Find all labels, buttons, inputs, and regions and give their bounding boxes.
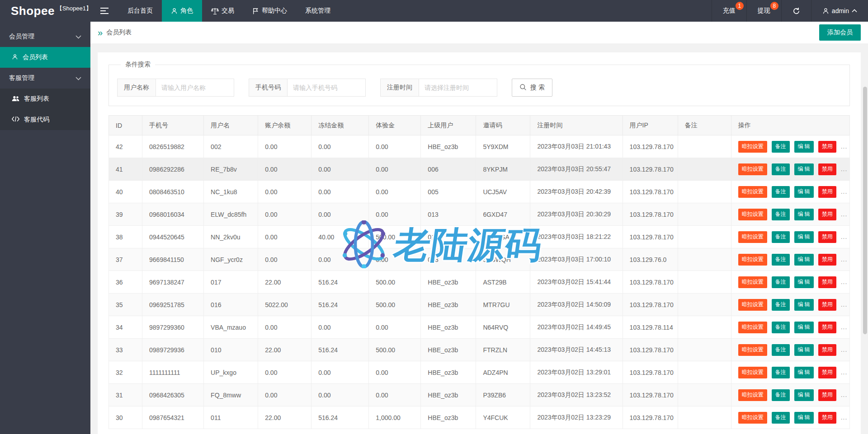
more-actions-button[interactable]: ... xyxy=(841,210,848,217)
disable-button[interactable]: 禁用 xyxy=(818,276,836,288)
tab-roles[interactable]: 角色 xyxy=(162,0,202,22)
edit-button[interactable]: 编 辑 xyxy=(794,389,814,401)
more-actions-button[interactable]: ... xyxy=(841,278,848,285)
edit-button[interactable]: 编 辑 xyxy=(794,322,814,333)
hidden-deduct-settings-button[interactable]: 暗扣设置 xyxy=(738,344,767,356)
sidebar-group-member-management[interactable]: 会员管理 xyxy=(0,26,90,47)
withdraw-button[interactable]: 提现 8 xyxy=(746,0,781,22)
cell-user-ip: 103.129.78.170 xyxy=(623,361,678,384)
column-header-invite-code: 邀请码 xyxy=(476,116,530,135)
more-actions-button[interactable]: ... xyxy=(841,142,848,149)
username-label: admin xyxy=(832,7,849,14)
remark-button[interactable]: 备注 xyxy=(772,231,790,243)
tab-dashboard[interactable]: 后台首页 xyxy=(118,0,162,22)
disable-button[interactable]: 禁用 xyxy=(818,412,836,424)
hidden-deduct-settings-button[interactable]: 暗扣设置 xyxy=(738,276,767,288)
hidden-deduct-settings-button[interactable]: 暗扣设置 xyxy=(738,254,767,266)
more-actions-button[interactable]: ... xyxy=(841,187,848,195)
hidden-deduct-settings-button[interactable]: 暗扣设置 xyxy=(738,209,767,220)
edit-button[interactable]: 编 辑 xyxy=(794,412,814,424)
disable-button[interactable]: 禁用 xyxy=(818,389,836,401)
remark-button[interactable]: 备注 xyxy=(772,344,790,356)
cell-remark xyxy=(678,226,731,248)
disable-button[interactable]: 禁用 xyxy=(818,254,836,266)
disable-button[interactable]: 禁用 xyxy=(818,367,836,378)
more-actions-button[interactable]: ... xyxy=(841,165,848,172)
hidden-deduct-settings-button[interactable]: 暗扣设置 xyxy=(738,322,767,333)
edit-button[interactable]: 编 辑 xyxy=(794,299,814,311)
more-actions-button[interactable]: ... xyxy=(841,323,848,330)
disable-button[interactable]: 禁用 xyxy=(818,163,836,175)
cell-parent-user: HBE_oz3b xyxy=(421,271,476,294)
phone-input[interactable] xyxy=(288,79,365,96)
remark-button[interactable]: 备注 xyxy=(772,389,790,401)
recharge-label: 充值 xyxy=(723,7,736,15)
hidden-deduct-settings-button[interactable]: 暗扣设置 xyxy=(738,367,767,378)
remark-button[interactable]: 备注 xyxy=(772,163,790,175)
disable-button[interactable]: 禁用 xyxy=(818,344,836,356)
more-actions-button[interactable]: ... xyxy=(841,345,848,353)
menu-collapse-button[interactable] xyxy=(90,0,118,22)
cell-id: 30 xyxy=(109,406,142,429)
cell-remark xyxy=(678,248,731,271)
remark-button[interactable]: 备注 xyxy=(772,299,790,311)
remark-button[interactable]: 备注 xyxy=(772,209,790,220)
cell-username: 016 xyxy=(204,294,258,316)
user-menu[interactable]: admin xyxy=(811,0,868,22)
brand-logo[interactable]: Shopee 【Shopee1】 xyxy=(0,0,90,22)
cell-balance: 0.00 xyxy=(258,135,311,158)
more-actions-button[interactable]: ... xyxy=(841,391,848,398)
sidebar-item-member-list[interactable]: 会员列表 xyxy=(0,47,90,68)
hidden-deduct-settings-button[interactable]: 暗扣设置 xyxy=(738,186,767,198)
remark-button[interactable]: 备注 xyxy=(772,254,790,266)
tab-transactions[interactable]: 交易 xyxy=(202,0,243,22)
sidebar-item-service-code[interactable]: 客服代码 xyxy=(0,109,90,130)
cell-actions: 暗扣设置 备注 编 辑 禁用 ... xyxy=(731,226,849,248)
edit-button[interactable]: 编 辑 xyxy=(794,367,814,378)
remark-button[interactable]: 备注 xyxy=(772,141,790,153)
hidden-deduct-settings-button[interactable]: 暗扣设置 xyxy=(738,231,767,243)
remark-button[interactable]: 备注 xyxy=(772,186,790,198)
remark-button[interactable]: 备注 xyxy=(772,367,790,378)
hidden-deduct-settings-button[interactable]: 暗扣设置 xyxy=(738,389,767,401)
disable-button[interactable]: 禁用 xyxy=(818,209,836,220)
disable-button[interactable]: 禁用 xyxy=(818,231,836,243)
disable-button[interactable]: 禁用 xyxy=(818,141,836,153)
more-actions-button[interactable]: ... xyxy=(841,368,848,375)
edit-button[interactable]: 编 辑 xyxy=(794,163,814,175)
edit-button[interactable]: 编 辑 xyxy=(794,344,814,356)
more-actions-button[interactable]: ... xyxy=(841,255,848,262)
disable-button[interactable]: 禁用 xyxy=(818,186,836,198)
search-button[interactable]: 搜 索 xyxy=(512,79,552,97)
remark-button[interactable]: 备注 xyxy=(772,276,790,288)
more-actions-button[interactable]: ... xyxy=(841,300,848,308)
disable-button[interactable]: 禁用 xyxy=(818,299,836,311)
hidden-deduct-settings-button[interactable]: 暗扣设置 xyxy=(738,141,767,153)
tab-help-center[interactable]: 帮助中心 xyxy=(243,0,296,22)
username-input[interactable] xyxy=(156,79,234,96)
refresh-button[interactable] xyxy=(781,0,811,22)
hidden-deduct-settings-button[interactable]: 暗扣设置 xyxy=(738,412,767,424)
edit-button[interactable]: 编 辑 xyxy=(794,254,814,266)
edit-button[interactable]: 编 辑 xyxy=(794,186,814,198)
add-member-button[interactable]: 添加会员 xyxy=(819,24,861,41)
edit-button[interactable]: 编 辑 xyxy=(794,231,814,243)
more-actions-button[interactable]: ... xyxy=(841,233,848,240)
recharge-button[interactable]: 充值 1 xyxy=(712,0,746,22)
disable-button[interactable]: 禁用 xyxy=(818,322,836,333)
register-time-input[interactable] xyxy=(419,79,497,96)
edit-button[interactable]: 编 辑 xyxy=(794,209,814,220)
remark-button[interactable]: 备注 xyxy=(772,412,790,424)
vertical-scrollbar-thumb[interactable] xyxy=(863,87,867,334)
sidebar-group-service-management[interactable]: 客服管理 xyxy=(0,68,90,89)
tab-system-settings[interactable]: 系统管理 xyxy=(296,0,340,22)
cell-remark xyxy=(678,271,731,294)
cell-trial: 0.00 xyxy=(369,181,421,203)
edit-button[interactable]: 编 辑 xyxy=(794,141,814,153)
remark-button[interactable]: 备注 xyxy=(772,322,790,333)
more-actions-button[interactable]: ... xyxy=(841,413,848,420)
sidebar-item-service-list[interactable]: 客服列表 xyxy=(0,89,90,109)
edit-button[interactable]: 编 辑 xyxy=(794,276,814,288)
hidden-deduct-settings-button[interactable]: 暗扣设置 xyxy=(738,299,767,311)
hidden-deduct-settings-button[interactable]: 暗扣设置 xyxy=(738,163,767,175)
